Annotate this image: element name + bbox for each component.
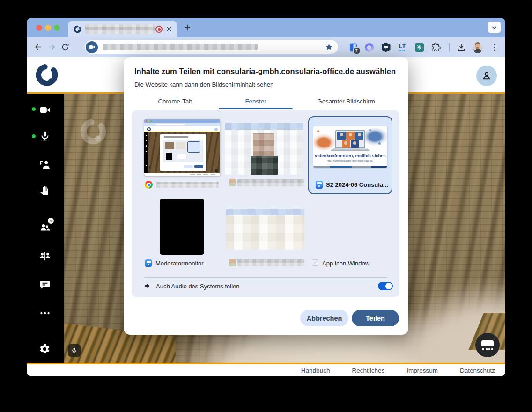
speaker-icon [144,282,152,290]
extension-sidebar-icon[interactable]: 7 [348,42,358,52]
window-thumbnail-browser[interactable] [144,119,220,176]
cancel-button[interactable]: Abbrechen [300,310,348,326]
app-footer: Handbuch Rechtliches Impressum Datenschu… [27,364,505,376]
footer-link-handbuch[interactable]: Handbuch [301,367,330,374]
audio-share-toggle[interactable] [378,282,393,290]
panel-divider [144,277,387,278]
app-icon-window-icon [312,259,318,266]
monitor-app-icon [145,259,152,267]
footer-link-rechtliches[interactable]: Rechtliches [352,367,384,374]
microphone-button[interactable] [39,130,51,142]
dialog-title: Inhalte zum Teilen mit consularia-gmbh.c… [134,67,398,76]
browser-menu-icon[interactable] [489,42,500,52]
participants-button[interactable]: 1 [39,221,51,233]
window-thumbnail-redacted[interactable] [225,123,303,175]
breakout-rooms-button[interactable] [39,250,51,262]
browser-window: 7 LT [27,18,505,376]
settings-button[interactable] [39,343,51,355]
account-button[interactable] [476,66,497,86]
extension-languagetool-icon[interactable]: LT [397,42,407,52]
extension-spiral-icon[interactable] [364,42,374,52]
raise-hand-button[interactable] [39,185,51,197]
dialog-subtitle: Die Website kann dann den Bildschirminha… [134,81,273,88]
presentation-slide: Videokonferenzen, endlich sicher. Weil K… [313,126,387,168]
footer-link-datenschutz[interactable]: Datenschutz [460,367,495,374]
maximize-window-button[interactable] [54,25,60,31]
browser-toolbar: 7 LT [27,37,505,57]
more-options-button[interactable] [39,307,51,319]
footer-link-impressum[interactable]: Impressum [406,367,438,374]
extension-hexagon-icon[interactable] [381,42,391,52]
tab-search-button[interactable] [488,22,501,33]
audio-share-label: Auch Audio des Systems teilen [156,283,240,290]
presentation-app-icon [316,181,323,189]
window-label-redacted [156,182,219,188]
share-button[interactable]: Teilen [352,310,399,326]
bookmark-star-icon[interactable] [325,43,333,51]
chrome-icon [145,181,153,189]
chat-panel-icon [481,340,494,350]
camera-in-use-icon[interactable] [86,41,98,53]
app-icon-redacted [229,179,236,186]
monitor-thumbnail[interactable] [160,199,204,255]
extension-teal-icon[interactable] [414,42,424,52]
mic-active-dot [32,134,36,138]
selected-window-label: S2 2024-06 Consula... [326,181,389,188]
logo-watermark-icon [80,118,107,145]
site-favicon-icon [74,25,81,33]
monitor-label: Moderatormonitor [155,260,204,267]
url-text-redacted [103,44,258,50]
forward-icon[interactable] [47,43,56,52]
window-label-redacted2 [237,259,304,266]
window-thumbnail-redacted2[interactable] [226,209,304,250]
profile-avatar[interactable] [473,42,483,52]
screen-share-dialog: Inhalte zum Teilen mit consularia-gmbh.c… [124,57,408,335]
app-icon-window-label: App Icon Window [322,260,369,267]
window-thumbnail-selected[interactable]: Videokonferenzen, endlich sicher. Weil K… [308,116,392,194]
window-picker-panel: Videokonferenzen, endlich sicher. Weil K… [132,110,399,297]
recording-indicator-icon [155,26,163,33]
extensions-puzzle-icon[interactable] [431,42,441,52]
chat-panel-fab[interactable] [475,333,500,357]
minimize-window-button[interactable] [45,25,51,31]
browser-tab[interactable] [68,21,177,37]
app-icon-redacted2 [229,259,236,266]
app-logo-icon [35,63,59,87]
toolbar-separator [449,43,450,52]
window-label-redacted [237,179,304,186]
new-tab-button[interactable] [184,24,191,31]
share-screen-button[interactable] [39,159,51,171]
camera-button[interactable] [39,104,51,116]
chat-button[interactable] [39,279,51,291]
tab-chrome-tab[interactable]: Chrome-Tab [158,98,192,105]
meeting-sidebar: 1 [27,94,64,363]
address-bar[interactable] [85,40,338,54]
reload-icon[interactable] [61,43,70,52]
downloads-icon[interactable] [456,42,466,52]
back-icon[interactable] [34,43,43,52]
video-mic-indicator[interactable] [68,344,81,357]
tab-gesamter-bildschirm[interactable]: Gesamter Bildschirm [317,98,375,105]
tab-close-icon[interactable] [165,25,173,33]
browser-titlebar [27,18,505,37]
active-tab-underline [219,108,293,109]
camera-active-dot [32,107,36,111]
participants-badge-count: 1 [48,218,54,224]
extension-badge-count: 7 [354,48,360,54]
tab-title-redacted [85,24,155,34]
close-window-button[interactable] [36,25,42,31]
tab-fenster[interactable]: Fenster [245,98,266,105]
